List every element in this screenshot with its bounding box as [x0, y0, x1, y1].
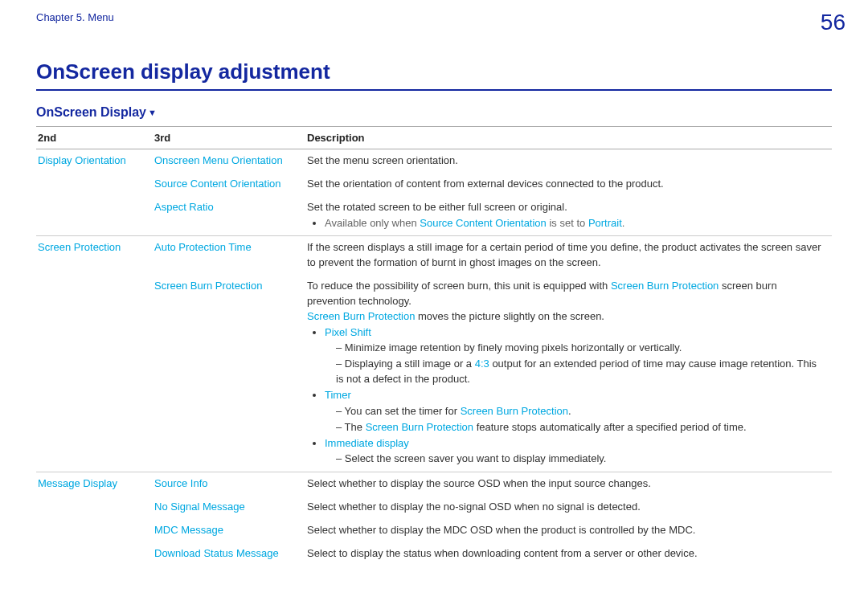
second-level-item: Screen Protection — [36, 236, 153, 275]
description-text: If the screen displays a still image for… — [305, 236, 832, 275]
intro-prefix: To reduce the possibility of screen burn… — [307, 280, 611, 292]
moves-suffix: moves the picture slightly on the screen… — [415, 310, 604, 322]
immediate-display-label: Immediate display — [325, 437, 409, 449]
table-row: Message Display Source Info Select wheth… — [36, 472, 832, 496]
page-title: OnScreen display adjustment — [36, 59, 832, 84]
col-3rd-header: 3rd — [153, 127, 305, 149]
screen-burn-link: Screen Burn Protection — [461, 405, 568, 417]
second-level-item: Display Orientation — [36, 149, 153, 173]
col-desc-header: Description — [305, 127, 832, 149]
screen-burn-link: Screen Burn Protection — [611, 280, 719, 292]
description-text: Set the orientation of content from exte… — [305, 173, 832, 196]
description-text: Select whether to display the source OSD… — [305, 472, 832, 496]
timer2-suffix: feature stops automatically after a spec… — [473, 421, 747, 433]
list-item: The Screen Burn Protection feature stops… — [336, 420, 825, 435]
pixel-shift-label: Pixel Shift — [325, 326, 371, 338]
description-text: Select to display the status when downlo… — [305, 542, 832, 566]
third-level-item: Auto Protection Time — [153, 236, 305, 275]
source-content-link: Source Content Orientation — [420, 217, 547, 229]
screen-burn-link: Screen Burn Protection — [366, 421, 473, 433]
third-level-item: Onscreen Menu Orientation — [153, 149, 305, 173]
table-row: Source Content Orientation Set the orien… — [36, 173, 832, 196]
list-item: You can set the timer for Screen Burn Pr… — [336, 404, 825, 419]
third-level-item: Screen Burn Protection — [153, 275, 305, 472]
table-row: Screen Protection Auto Protection Time I… — [36, 236, 832, 275]
third-level-item: No Signal Message — [153, 496, 305, 519]
table-row: Screen Burn Protection To reduce the pos… — [36, 275, 832, 472]
availability-note: Available only when Source Content Orien… — [325, 216, 825, 231]
list-item: Select the screen saver you want to disp… — [336, 452, 825, 467]
third-level-item: Download Status Message — [153, 542, 305, 566]
screen-burn-link: Screen Burn Protection — [307, 310, 415, 322]
description-text: Select whether to display the no-signal … — [305, 496, 832, 519]
chapter-label: Chapter 5. Menu — [36, 11, 114, 23]
timer-label: Timer — [325, 389, 351, 401]
third-level-item: Source Content Orientation — [153, 173, 305, 196]
table-row: No Signal Message Select whether to disp… — [36, 496, 832, 519]
timer1-prefix: You can set the timer for — [345, 405, 461, 417]
third-level-item: Source Info — [153, 472, 305, 496]
table-header-row: 2nd 3rd Description — [36, 127, 832, 149]
section-label: OnScreen Display — [36, 105, 146, 119]
table-row: Aspect Ratio Set the rotated screen to b… — [36, 196, 832, 236]
description-text: To reduce the possibility of screen burn… — [305, 275, 832, 472]
table-row: Download Status Message Select to displa… — [36, 542, 832, 566]
pixel-shift2-prefix: Displaying a still image or a — [345, 358, 475, 370]
table-row: MDC Message Select whether to display th… — [36, 519, 832, 542]
second-level-item: Message Display — [36, 472, 153, 496]
triangle-down-icon: ▼ — [148, 108, 157, 117]
page-number: 56 — [821, 10, 845, 35]
settings-table: 2nd 3rd Description Display Orientation … — [36, 126, 832, 566]
third-level-item: Aspect Ratio — [153, 196, 305, 236]
list-item: Displaying a still image or a 4:3 output… — [336, 357, 825, 387]
avail-prefix: Available only when — [325, 217, 420, 229]
description-text: Set the rotated screen to be either full… — [305, 196, 832, 236]
avail-mid: is set to — [547, 217, 588, 229]
avail-suffix: . — [622, 217, 625, 229]
section-header: OnScreen Display▼ — [36, 105, 832, 120]
timer1-suffix: . — [568, 405, 571, 417]
description-text: Set the menu screen orientation. — [305, 149, 832, 173]
description-text: Select whether to display the MDC OSD wh… — [305, 519, 832, 542]
col-2nd-header: 2nd — [36, 127, 153, 149]
timer2-prefix: The — [345, 421, 366, 433]
portrait-link: Portrait — [588, 217, 622, 229]
title-underline — [36, 89, 832, 91]
list-item: Minimize image retention by finely movin… — [336, 341, 825, 356]
aspect-4-3-link: 4:3 — [475, 358, 489, 370]
aspect-ratio-desc: Set the rotated screen to be either full… — [307, 201, 567, 213]
table-row: Display Orientation Onscreen Menu Orient… — [36, 149, 832, 173]
third-level-item: MDC Message — [153, 519, 305, 542]
